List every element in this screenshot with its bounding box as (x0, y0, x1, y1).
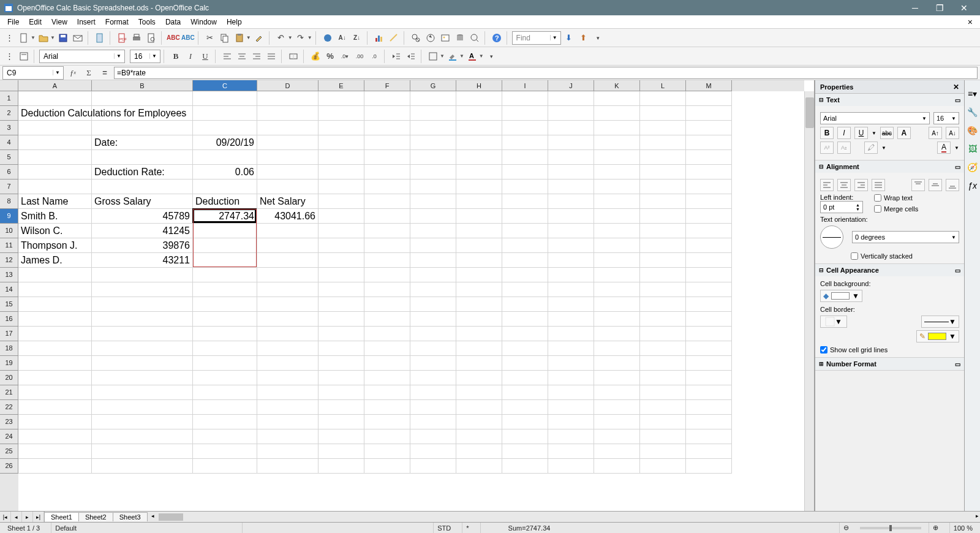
sidebar-align-right[interactable] (854, 179, 868, 191)
cell-J12[interactable] (548, 253, 594, 268)
cell-C21[interactable] (193, 385, 257, 400)
navigator-button[interactable] (424, 31, 437, 45)
cell-I1[interactable] (502, 91, 548, 106)
cell-L14[interactable] (640, 282, 686, 297)
decrease-indent-button[interactable] (390, 50, 403, 63)
delete-decimal-button[interactable]: .0 (368, 50, 381, 63)
sheet-tab-sheet2[interactable]: Sheet2 (79, 512, 113, 521)
cell-D9[interactable]: 43041.66 (257, 209, 318, 224)
cell-M17[interactable] (686, 327, 732, 341)
cell-I14[interactable] (502, 282, 548, 297)
cell-C15[interactable] (193, 297, 257, 312)
cell-L26[interactable] (640, 459, 686, 474)
cell-K8[interactable] (594, 194, 640, 209)
row-header-11[interactable]: 11 (0, 238, 18, 253)
menu-insert[interactable]: Insert (72, 17, 100, 28)
cell-C16[interactable] (193, 312, 257, 327)
cell-D17[interactable] (257, 327, 318, 341)
cell-G15[interactable] (410, 297, 456, 312)
underline-button[interactable]: U (198, 50, 212, 63)
undo-button[interactable]: ↶ (274, 31, 288, 45)
cell-B12[interactable]: 43211 (92, 253, 193, 268)
increase-indent-button[interactable] (404, 50, 418, 63)
cell-I21[interactable] (502, 385, 548, 400)
cell-K26[interactable] (594, 459, 640, 474)
cell-B24[interactable] (92, 429, 193, 444)
print-button[interactable] (130, 31, 143, 45)
cell-L16[interactable] (640, 312, 686, 327)
cell-B5[interactable] (92, 150, 193, 165)
border-style-picker[interactable]: ▼ (921, 316, 959, 328)
cell-I25[interactable] (502, 444, 548, 459)
section-alignment-header[interactable]: ⊟ Alignment ▭ (815, 161, 964, 173)
cell-D24[interactable] (257, 429, 318, 444)
cell-B13[interactable] (92, 268, 193, 282)
cell-E13[interactable] (318, 268, 364, 282)
row-header-10[interactable]: 10 (0, 224, 18, 238)
menu-file[interactable]: File (2, 17, 24, 28)
cell-L17[interactable] (640, 327, 686, 341)
horizontal-scrollbar[interactable]: ◂ ▸ (150, 512, 980, 522)
cell-F18[interactable] (364, 341, 410, 356)
cell-G17[interactable] (410, 327, 456, 341)
cell-M4[interactable] (686, 135, 732, 150)
cell-L21[interactable] (640, 385, 686, 400)
cell-A13[interactable] (18, 268, 92, 282)
vertically-stacked-checkbox[interactable]: Vertically stacked (851, 252, 959, 260)
cell-H10[interactable] (456, 224, 502, 238)
cell-I10[interactable] (502, 224, 548, 238)
cell-B10[interactable]: 41245 (92, 224, 193, 238)
email-button[interactable] (71, 31, 85, 45)
bold-button[interactable]: B (169, 50, 183, 63)
cell-E10[interactable] (318, 224, 364, 238)
cell-F16[interactable] (364, 312, 410, 327)
cell-B11[interactable]: 39876 (92, 238, 193, 253)
cell-K16[interactable] (594, 312, 640, 327)
cell-J4[interactable] (548, 135, 594, 150)
cell-F26[interactable] (364, 459, 410, 474)
cell-M22[interactable] (686, 400, 732, 415)
cell-K1[interactable] (594, 91, 640, 106)
cell-M6[interactable] (686, 165, 732, 180)
cell-K22[interactable] (594, 400, 640, 415)
cell-J14[interactable] (548, 282, 594, 297)
cell-H9[interactable] (456, 209, 502, 224)
cell-D7[interactable] (257, 180, 318, 194)
cell-M13[interactable] (686, 268, 732, 282)
cell-M5[interactable] (686, 150, 732, 165)
cell-D5[interactable] (257, 150, 318, 165)
cell-I26[interactable] (502, 459, 548, 474)
sidebar-bold-button[interactable]: B (820, 127, 834, 139)
cell-J5[interactable] (548, 150, 594, 165)
zoom-button[interactable] (468, 31, 481, 45)
row-header-2[interactable]: 2 (0, 106, 18, 121)
section-appearance-header[interactable]: ⊟ Cell Appearance ▭ (815, 264, 964, 276)
cell-F12[interactable] (364, 253, 410, 268)
cell-A24[interactable] (18, 429, 92, 444)
sidebar-shadow-button[interactable]: A (897, 127, 911, 139)
cell-I16[interactable] (502, 312, 548, 327)
status-mode[interactable]: STD (433, 523, 454, 533)
cell-E20[interactable] (318, 371, 364, 385)
cell-I17[interactable] (502, 327, 548, 341)
cell-F11[interactable] (364, 238, 410, 253)
cell-E23[interactable] (318, 415, 364, 429)
font-size-combo[interactable]: 16 ▼ (130, 50, 160, 63)
row-header-23[interactable]: 23 (0, 415, 18, 429)
cell-F24[interactable] (364, 429, 410, 444)
cell-J6[interactable] (548, 165, 594, 180)
save-button[interactable] (56, 31, 70, 45)
cell-H15[interactable] (456, 297, 502, 312)
cell-F5[interactable] (364, 150, 410, 165)
cell-K24[interactable] (594, 429, 640, 444)
row-header-17[interactable]: 17 (0, 327, 18, 341)
row-header-6[interactable]: 6 (0, 165, 18, 180)
cell-G7[interactable] (410, 180, 456, 194)
cell-B25[interactable] (92, 444, 193, 459)
cell-D4[interactable] (257, 135, 318, 150)
cell-C3[interactable] (193, 121, 257, 135)
cell-D16[interactable] (257, 312, 318, 327)
cell-D2[interactable] (257, 106, 318, 121)
open-button[interactable] (37, 31, 50, 45)
cell-G21[interactable] (410, 385, 456, 400)
